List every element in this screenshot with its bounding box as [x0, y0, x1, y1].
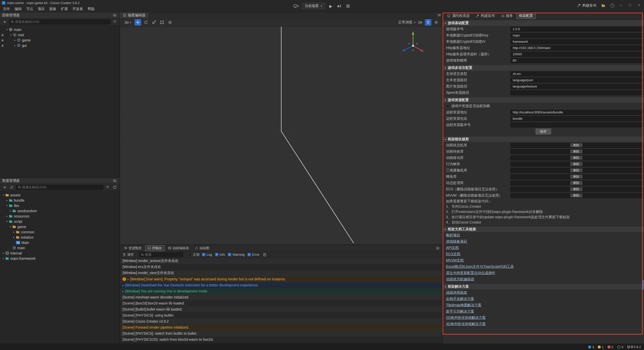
scene-viewport[interactable] [120, 27, 442, 244]
assets-tree[interactable]: ▾assets▸bundle▾libs▸seedrandom▸resources… [0, 191, 119, 344]
play-button[interactable]: ▶ [328, 3, 334, 9]
status-counter-node[interactable]: 0 [617, 345, 623, 349]
caret-right-icon[interactable]: ▸ [12, 231, 16, 233]
field-input[interactable] [510, 122, 642, 127]
caret-right-icon[interactable]: ▸ [2, 257, 5, 260]
delete-module-button[interactable]: 删除 [570, 168, 583, 172]
create-asset-button[interactable] [2, 185, 8, 190]
field-input[interactable] [510, 71, 642, 76]
field-input[interactable] [510, 33, 642, 38]
caret-right-icon[interactable]: ▸ [5, 215, 9, 217]
caret-down-icon[interactable]: ▾ [5, 204, 9, 207]
expand-caret-icon[interactable]: ▸ [123, 284, 124, 287]
console-search-input[interactable] [145, 253, 181, 256]
field-input[interactable] [510, 52, 642, 57]
delete-module-button[interactable]: 删除 [570, 156, 583, 160]
filter-error[interactable]: ✓Error [248, 253, 259, 256]
module-input[interactable]: 删除 [510, 174, 642, 179]
doc-link[interactable]: 游戏模板项目 [446, 239, 467, 244]
console-tab[interactable]: 动画编辑器 [166, 245, 191, 251]
field-input[interactable] [510, 27, 642, 32]
doc-link[interactable]: Tiledmap地图解决方案 [446, 303, 481, 308]
module-input[interactable]: 删除 [510, 162, 642, 167]
caret-down-icon[interactable]: ▾ [5, 220, 9, 223]
console-tab[interactable]: 资源预览 [122, 245, 144, 251]
step-button[interactable]: ▶ [337, 3, 342, 9]
rect-tool-button[interactable] [159, 19, 165, 26]
preview-device-button[interactable]: ▾ [293, 3, 299, 9]
inspector-tab[interactable]: 属性检查器 [445, 13, 472, 19]
inspector-tab[interactable]: 构建发布 [473, 13, 497, 19]
hierarchy-tree[interactable]: ▾main▾root▸game▸gui [0, 25, 119, 177]
caret-right-icon[interactable]: ▸ [9, 210, 12, 212]
doc-link[interactable]: MVVM文档 [446, 258, 464, 263]
log-row[interactable]: [Window] ecs文件夹存在 [120, 264, 442, 270]
log-row[interactable]: !▸[Window] [Vue warn]: Property "onInput… [120, 276, 442, 282]
log-row[interactable]: [Window] model_view文件夹存在 [120, 270, 442, 276]
build-publish-button[interactable]: 构建发布 [577, 3, 596, 8]
field-input[interactable] [510, 84, 642, 89]
sort-assets-button[interactable] [9, 185, 15, 190]
menu-item[interactable]: 文件 [1, 6, 12, 12]
log-row[interactable]: [Scene] [PHYSICS]: switch from builtin t… [120, 330, 442, 336]
caret-right-icon[interactable]: ▸ [13, 44, 17, 47]
remote-load-checkbox[interactable] [446, 104, 449, 108]
doc-link[interactable]: 全栈开发解决方案 [446, 297, 474, 301]
asset-node[interactable]: ▾assets [0, 192, 119, 198]
refresh-assets-button[interactable] [112, 185, 117, 190]
module-input[interactable]: 删除 [510, 155, 642, 160]
status-counter-warning[interactable]: 1 [598, 345, 603, 349]
log-row[interactable]: ▸[Window] Download the Vue Devtools exte… [120, 282, 442, 288]
module-input[interactable]: 删除 [510, 149, 642, 154]
asset-node[interactable]: main [0, 245, 119, 250]
filter-info[interactable]: ✓Info [215, 253, 225, 256]
caret-right-icon[interactable]: ▸ [2, 252, 5, 254]
menu-item[interactable]: 编辑 [12, 6, 24, 12]
help-button[interactable]: ? [610, 4, 614, 8]
log-row[interactable]: [Scene] [bullet]:bullet wasm lib loaded. [120, 306, 442, 312]
pivot-tool-button[interactable] [167, 19, 173, 26]
menu-item[interactable]: 开发者 [70, 6, 85, 12]
log-row[interactable]: [Scene] [PHYSICS]: using builtin. [120, 312, 442, 318]
checkbox-error[interactable]: ✓ [248, 253, 251, 256]
compile-button[interactable] [345, 3, 351, 9]
filter-warning[interactable]: ✓Warning [228, 253, 245, 256]
inspector-scrollbar-thumb[interactable] [643, 280, 644, 290]
status-counter-error[interactable]: 0 [608, 345, 613, 349]
menu-item[interactable]: 帮助 [85, 6, 97, 12]
checkbox-warning[interactable]: ✓ [228, 253, 231, 256]
console-tab[interactable]: 控制台 [145, 245, 165, 251]
doc-link[interactable]: 动画状态机编辑器 [446, 277, 474, 282]
log-row[interactable]: [Scene] Cocos Creator v3.8.2 [120, 318, 442, 324]
asset-node[interactable]: ▸resources [0, 213, 119, 219]
field-input[interactable] [510, 78, 642, 83]
camera-view-button[interactable] [417, 19, 423, 26]
menu-item[interactable]: 节点 [24, 6, 35, 12]
field-input[interactable] [510, 90, 642, 95]
doc-link[interactable]: API文档 [446, 246, 459, 250]
section-header[interactable]: ▾框架解决方案 [442, 284, 644, 289]
hierarchy-node[interactable]: ▾main [0, 27, 119, 32]
doc-link[interactable]: Excel格式转Json文件与TypeScript代码工具 [446, 265, 514, 269]
log-row[interactable]: [Scene] [box2d]:box2d wasm lib loaded. [120, 300, 442, 306]
asset-node[interactable]: ▾libs [0, 203, 119, 208]
panel-menu-button[interactable] [436, 12, 442, 18]
asset-node[interactable]: TSMain [0, 240, 119, 245]
regex-checkbox[interactable] [188, 253, 192, 256]
scale-tool-button[interactable] [151, 19, 157, 26]
asset-node[interactable]: ▾game [0, 224, 119, 229]
asset-node[interactable]: ▾script [0, 219, 119, 224]
assets-filter-button[interactable] [105, 185, 110, 190]
log-row[interactable]: [Scene] meshopt wasm decoder initialized [120, 294, 442, 300]
inspector-tab[interactable]: 框架配置 [516, 13, 536, 19]
hierarchy-node[interactable]: ▾root [0, 32, 119, 37]
delete-module-button[interactable]: 删除 [570, 143, 583, 147]
delete-module-button[interactable]: 删除 [570, 181, 583, 185]
console-logs[interactable]: [Window] render_texture文件夹存在[Window] ecs… [120, 258, 442, 344]
checkbox-log[interactable]: ✓ [202, 253, 205, 256]
console-tab[interactable]: 动画图 [192, 245, 212, 251]
hierarchy-search-input[interactable] [15, 20, 109, 24]
module-input[interactable]: 删除 [510, 143, 642, 148]
doc-link[interactable]: 战旗游戏框架 [446, 290, 467, 295]
caret-right-icon[interactable]: ▸ [13, 39, 17, 41]
